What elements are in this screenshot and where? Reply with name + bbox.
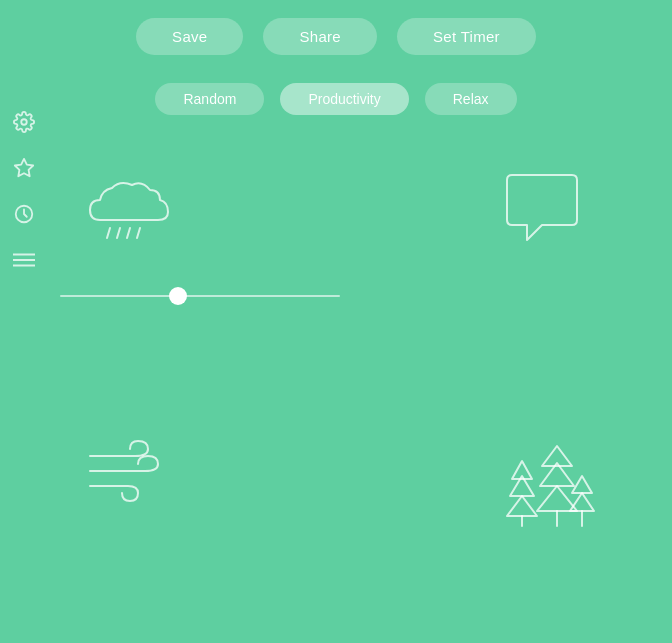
tab-productivity[interactable]: Productivity (280, 83, 408, 115)
slider-container (60, 295, 340, 297)
trees-icon[interactable] (502, 421, 602, 535)
svg-point-0 (21, 119, 27, 125)
save-button[interactable]: Save (136, 18, 243, 55)
slider-track[interactable] (60, 295, 340, 297)
set-timer-button[interactable]: Set Timer (397, 18, 536, 55)
svg-line-7 (117, 228, 120, 238)
svg-marker-19 (572, 476, 592, 493)
tab-random[interactable]: Random (155, 83, 264, 115)
category-tabs: Random Productivity Relax (0, 83, 672, 115)
wind-icon[interactable] (80, 431, 180, 515)
settings-icon[interactable] (12, 110, 36, 134)
tab-relax[interactable]: Relax (425, 83, 517, 115)
svg-line-8 (127, 228, 130, 238)
chat-bubble-icon[interactable] (492, 165, 592, 259)
main-content (0, 145, 672, 595)
svg-marker-14 (537, 486, 577, 511)
rain-cloud-icon[interactable] (80, 165, 180, 259)
svg-line-6 (107, 228, 110, 238)
svg-marker-10 (507, 496, 537, 516)
slider-thumb[interactable] (169, 287, 187, 305)
share-button[interactable]: Share (263, 18, 377, 55)
svg-line-9 (137, 228, 140, 238)
toolbar: Save Share Set Timer (0, 0, 672, 73)
